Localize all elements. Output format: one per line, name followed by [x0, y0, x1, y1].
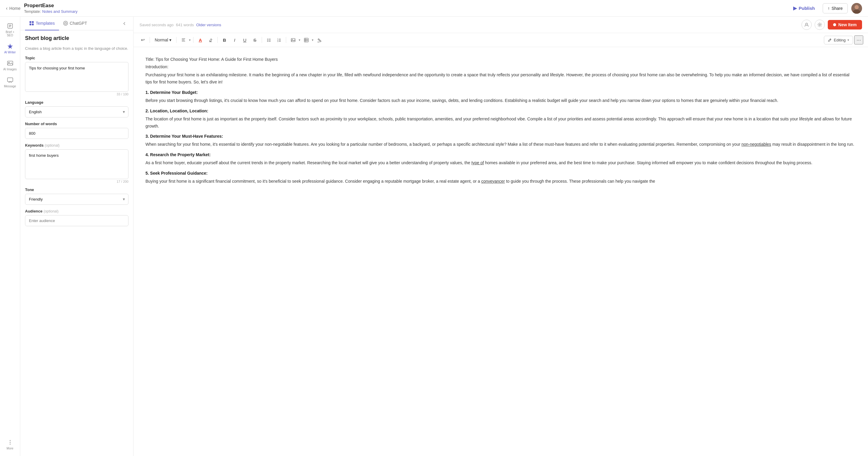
section-4: 4. Research the Property Market: As a fi… [146, 152, 856, 166]
template-name-heading: Short blog article [25, 35, 128, 41]
svg-point-26 [267, 38, 268, 39]
saved-info: Saved seconds ago 641 words Older versio… [140, 23, 221, 27]
sidebar-item-brief-seo[interactable]: Brief + SEO [1, 20, 19, 39]
svg-point-12 [9, 442, 10, 443]
sidebar-item-more[interactable]: More [1, 437, 19, 452]
app-header: ‹ Home PropertEase Template: Notes and S… [0, 0, 868, 17]
svg-point-13 [9, 444, 10, 445]
svg-point-18 [63, 21, 68, 25]
bold-button[interactable]: B [220, 35, 229, 44]
share-icon: ↑ [828, 6, 830, 11]
header-left: ‹ Home PropertEase Template: Notes and S… [6, 3, 78, 14]
table-chevron-icon: ▾ [312, 38, 314, 42]
align-chevron-icon: ▾ [189, 38, 191, 42]
template-name-link[interactable]: Notes and Summary [42, 9, 78, 14]
words-field-group: Number of words [25, 122, 128, 139]
sidebar-item-ai-writer[interactable]: AI Writer [1, 40, 19, 56]
undo-button[interactable]: ↩ [138, 35, 147, 44]
image-chevron-icon: ▾ [299, 38, 301, 42]
saved-text: Saved seconds ago [140, 23, 174, 27]
back-arrow-icon: ‹ [6, 6, 7, 11]
sidebar-item-ai-images[interactable]: AI Images [1, 58, 19, 73]
text-color-button[interactable]: A [196, 35, 205, 44]
format-select-button[interactable]: Normal ▾ [152, 36, 174, 43]
main-layout: Brief + SEO AI Writer AI Images Message [0, 17, 868, 456]
svg-rect-15 [32, 21, 34, 23]
sidebar-item-ai-writer-label: AI Writer [4, 51, 16, 54]
tab-templates-label: Templates [36, 21, 55, 26]
section-1-heading: 1. Determine Your Budget: [146, 90, 856, 95]
format-select-label: Normal [155, 37, 168, 42]
svg-point-1 [855, 5, 859, 9]
image-button[interactable] [288, 35, 298, 44]
audience-input[interactable] [25, 215, 128, 226]
more-toolbar-button[interactable]: ··· [854, 35, 863, 44]
section-4-body: As a first home buyer, educate yourself … [146, 159, 856, 166]
toolbar-divider-6 [286, 37, 286, 43]
intro-label: Introduction: [146, 64, 856, 69]
editing-mode-button[interactable]: Editing ▾ [824, 36, 853, 44]
topic-textarea[interactable]: Tips for choosing your first home [25, 62, 128, 92]
left-panel: Templates ChatGPT Short blog article Cre… [20, 17, 133, 456]
publish-button[interactable]: ▶ Publish [789, 3, 819, 13]
language-select[interactable]: English Spanish French German [25, 107, 128, 117]
panel-tabs: Templates ChatGPT [20, 17, 133, 30]
editor-content[interactable]: Title: Tips for Choosing Your First Home… [133, 47, 868, 456]
toolbar-divider-4 [217, 37, 218, 43]
section-5: 5. Seek Professional Guidance: Buying yo… [146, 171, 856, 185]
header-right: ▶ Publish ↑ Share [789, 3, 862, 14]
format-select-chevron-icon: ▾ [169, 37, 172, 42]
keywords-field-group: Keywords (optional) first home buyers 17… [25, 143, 128, 183]
table-button[interactable] [302, 35, 311, 44]
section-2-heading: 2. Location, Location, Location: [146, 109, 856, 113]
language-label: Language [25, 100, 128, 104]
words-input[interactable] [25, 128, 128, 139]
message-icon [7, 77, 13, 84]
older-versions-link[interactable]: Older versions [196, 23, 221, 27]
svg-rect-17 [32, 24, 34, 25]
template-prefix: Template: [24, 9, 41, 14]
editor-topbar: Saved seconds ago 641 words Older versio… [133, 17, 868, 33]
keywords-textarea[interactable]: first home buyers [25, 149, 128, 179]
home-link[interactable]: ‹ Home [6, 6, 21, 11]
italic-button[interactable]: I [230, 35, 239, 44]
tone-select[interactable]: Friendly Professional Casual Formal [25, 194, 128, 205]
underline-button[interactable]: U [240, 35, 249, 44]
user-avatar[interactable] [851, 3, 862, 14]
numbered-list-button[interactable]: 1.2.3. [275, 35, 283, 44]
word-count: 641 words [176, 23, 194, 27]
tone-label: Tone [25, 187, 128, 192]
share-button[interactable]: ↑ Share [823, 3, 848, 13]
section-5-body: Buying your first home is a significant … [146, 178, 856, 185]
new-item-label: New Item [838, 22, 857, 27]
intro-paragraph: Purchasing your first home is an exhilar… [146, 71, 856, 86]
editing-mode-label: Editing [834, 38, 846, 42]
section-3: 3. Determine Your Must-Have Features: Wh… [146, 134, 856, 148]
document-title: Title: Tips for Choosing Your First Home… [146, 56, 856, 63]
sidebar-item-message[interactable]: Message [1, 74, 19, 90]
collapse-panel-button[interactable] [120, 19, 128, 28]
tab-templates[interactable]: Templates [25, 17, 59, 30]
highlight-button[interactable] [206, 35, 215, 44]
toolbar-divider-2 [176, 37, 177, 43]
bullet-list-button[interactable] [265, 35, 273, 44]
topic-char-count: 33 / 100 [25, 92, 128, 96]
keywords-label: Keywords (optional) [25, 143, 128, 148]
non-negotiables-underline: non-negotiables [741, 142, 771, 147]
tab-chatgpt[interactable]: ChatGPT [59, 17, 91, 30]
more-icon [7, 439, 13, 446]
section-1: 1. Determine Your Budget: Before you sta… [146, 90, 856, 104]
chatgpt-tab-icon [63, 21, 68, 26]
align-button[interactable] [179, 35, 188, 44]
clear-format-button[interactable] [315, 35, 324, 44]
settings-icon-btn[interactable] [815, 20, 825, 30]
svg-point-11 [9, 440, 10, 441]
svg-point-19 [65, 22, 66, 24]
user-icon-btn[interactable] [802, 20, 812, 30]
svg-marker-7 [7, 43, 13, 49]
audience-field-group: Audience (optional) [25, 209, 128, 226]
new-item-button[interactable]: New Item [828, 20, 862, 30]
strikethrough-button[interactable]: S [250, 35, 259, 44]
publish-icon: ▶ [793, 5, 797, 11]
tab-chatgpt-label: ChatGPT [70, 21, 87, 26]
